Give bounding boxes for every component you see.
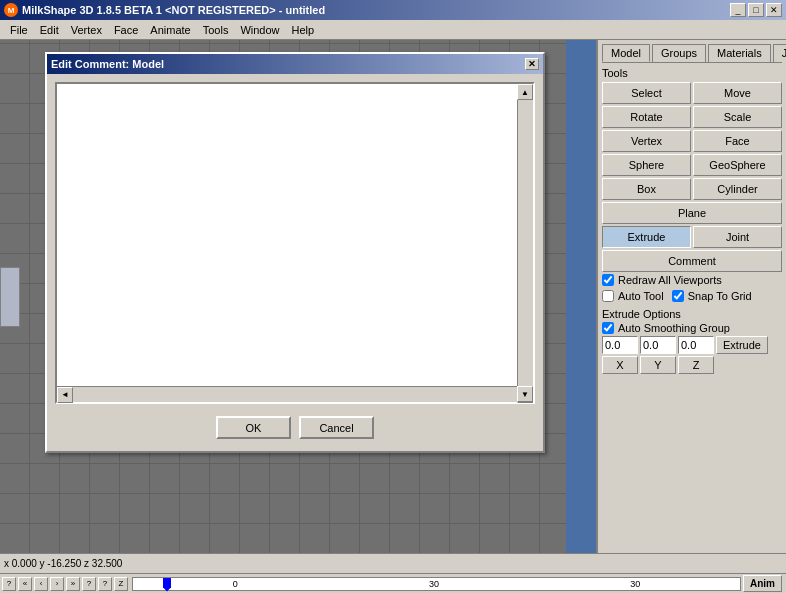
dialog-buttons: OK Cancel: [55, 412, 535, 443]
dialog-overlay: Edit Comment: Model ✕ ▲ ▼ ◄ ► OK Cancel: [0, 0, 786, 593]
textarea-container: ▲ ▼ ◄ ►: [55, 82, 535, 404]
scroll-down-btn[interactable]: ▼: [517, 386, 533, 402]
dialog-title-bar: Edit Comment: Model ✕: [47, 54, 543, 74]
scroll-left-btn[interactable]: ◄: [57, 387, 73, 403]
scroll-up-btn[interactable]: ▲: [517, 84, 533, 100]
dialog-title-text: Edit Comment: Model: [51, 58, 164, 70]
cancel-button[interactable]: Cancel: [299, 416, 374, 439]
dialog-body: ▲ ▼ ◄ ► OK Cancel: [47, 74, 543, 451]
ok-button[interactable]: OK: [216, 416, 291, 439]
horizontal-scrollbar[interactable]: ◄ ►: [57, 386, 533, 402]
dialog-close-button[interactable]: ✕: [525, 58, 539, 70]
comment-textarea[interactable]: [57, 84, 517, 384]
comment-dialog: Edit Comment: Model ✕ ▲ ▼ ◄ ► OK Cancel: [45, 52, 545, 453]
vertical-scrollbar[interactable]: ▲ ▼: [517, 84, 533, 402]
